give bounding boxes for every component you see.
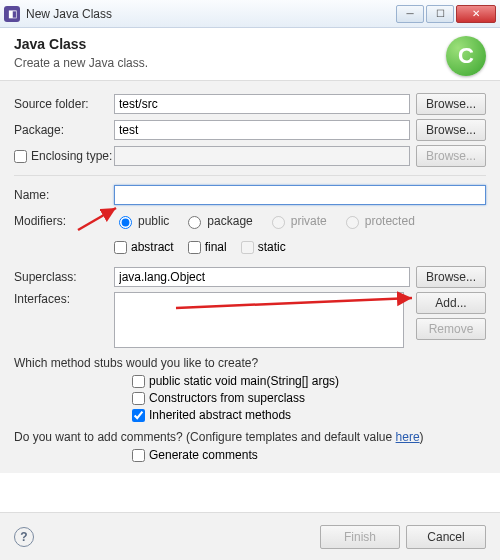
name-input[interactable] <box>114 185 486 205</box>
modifier-package-radio[interactable] <box>188 216 201 229</box>
dialog-footer: ? Finish Cancel <box>0 512 500 560</box>
source-folder-input[interactable] <box>114 94 410 114</box>
enclosing-type-input <box>114 146 410 166</box>
superclass-input[interactable] <box>114 267 410 287</box>
superclass-label: Superclass: <box>14 270 114 284</box>
enclosing-type-checkbox[interactable] <box>14 150 27 163</box>
stub-inherited-checkbox[interactable] <box>132 409 145 422</box>
configure-here-link[interactable]: here <box>396 430 420 444</box>
interfaces-listbox[interactable] <box>114 292 404 348</box>
modifier-private-radio <box>272 216 285 229</box>
help-icon[interactable]: ? <box>14 527 34 547</box>
modifier-static-checkbox <box>241 241 254 254</box>
interfaces-add-button[interactable]: Add... <box>416 292 486 314</box>
package-label: Package: <box>14 123 114 137</box>
modifier-public-radio[interactable] <box>119 216 132 229</box>
header-title: Java Class <box>14 36 486 52</box>
maximize-button[interactable]: ☐ <box>426 5 454 23</box>
window-title: New Java Class <box>26 7 396 21</box>
close-button[interactable]: ✕ <box>456 5 496 23</box>
dialog-header: Java Class Create a new Java class. C <box>0 28 500 81</box>
modifier-final-checkbox[interactable] <box>188 241 201 254</box>
source-folder-label: Source folder: <box>14 97 114 111</box>
app-icon: ◧ <box>4 6 20 22</box>
stub-constructors-checkbox[interactable] <box>132 392 145 405</box>
dialog-content: Source folder: Browse... Package: Browse… <box>0 81 500 473</box>
package-browse-button[interactable]: Browse... <box>416 119 486 141</box>
generate-comments-checkbox[interactable] <box>132 449 145 462</box>
source-folder-browse-button[interactable]: Browse... <box>416 93 486 115</box>
modifier-protected-radio <box>346 216 359 229</box>
modifiers-label: Modifiers: <box>14 214 114 228</box>
enclosing-type-browse-button: Browse... <box>416 145 486 167</box>
header-subtitle: Create a new Java class. <box>14 56 486 70</box>
stub-main-checkbox[interactable] <box>132 375 145 388</box>
stubs-question: Which method stubs would you like to cre… <box>14 356 486 370</box>
superclass-browse-button[interactable]: Browse... <box>416 266 486 288</box>
class-icon: C <box>446 36 486 76</box>
modifier-abstract-checkbox[interactable] <box>114 241 127 254</box>
minimize-button[interactable]: ─ <box>396 5 424 23</box>
name-label: Name: <box>14 188 114 202</box>
titlebar: ◧ New Java Class ─ ☐ ✕ <box>0 0 500 28</box>
comments-question: Do you want to add comments? (Configure … <box>14 430 486 444</box>
interfaces-label: Interfaces: <box>14 292 114 306</box>
cancel-button[interactable]: Cancel <box>406 525 486 549</box>
package-input[interactable] <box>114 120 410 140</box>
interfaces-remove-button: Remove <box>416 318 486 340</box>
finish-button: Finish <box>320 525 400 549</box>
enclosing-type-label: Enclosing type: <box>31 149 112 163</box>
